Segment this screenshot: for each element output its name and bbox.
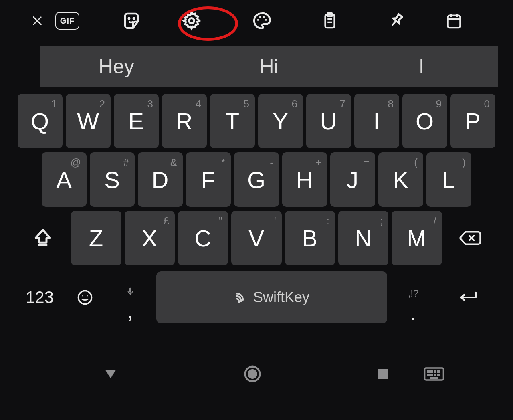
svg-point-11: [82, 295, 83, 297]
key-t[interactable]: 5T: [210, 94, 255, 148]
key-c[interactable]: "C: [178, 211, 228, 265]
svg-point-2: [189, 18, 194, 24]
svg-point-6: [265, 19, 267, 21]
clipboard-icon: [321, 12, 339, 30]
keyboard: 1Q 2W 3E 4R 5T 6Y 7U 8I 9O 0P @A #S &D *…: [15, 94, 498, 325]
suggestion-3[interactable]: I: [345, 46, 498, 87]
svg-rect-18: [427, 371, 429, 373]
sticker-icon: [122, 11, 141, 30]
svg-rect-22: [427, 374, 429, 376]
suggestion-1[interactable]: Hey: [40, 46, 193, 87]
clipboard-button[interactable]: [296, 8, 364, 34]
key-s[interactable]: #S: [90, 152, 135, 207]
back-triangle-icon: [103, 368, 118, 380]
key-o[interactable]: 9O: [402, 94, 447, 148]
period-label: .: [411, 309, 416, 317]
key-g[interactable]: -G: [234, 152, 279, 207]
emoji-key[interactable]: [66, 279, 104, 315]
recent-square-icon: [376, 367, 390, 381]
key-row-1: 1Q 2W 3E 4R 5T 6Y 7U 8I 9O 0P: [15, 94, 498, 148]
svg-point-1: [133, 18, 134, 19]
key-r[interactable]: 4R: [162, 94, 207, 148]
gif-button[interactable]: GIF: [51, 8, 83, 34]
comma-label: ,: [128, 306, 133, 318]
close-button[interactable]: [23, 8, 51, 34]
key-j[interactable]: =J: [330, 152, 375, 207]
key-v[interactable]: 'V: [231, 211, 281, 265]
key-e[interactable]: 3E: [114, 94, 159, 148]
palette-icon: [252, 11, 272, 31]
key-w[interactable]: 2W: [66, 94, 111, 148]
period-hint: ,!?: [408, 288, 419, 299]
shift-icon: [32, 227, 54, 249]
key-p[interactable]: 0P: [450, 94, 495, 148]
key-x[interactable]: £X: [125, 211, 175, 265]
system-nav-bar: [15, 352, 498, 396]
svg-point-0: [129, 18, 129, 19]
svg-rect-19: [431, 371, 433, 373]
svg-point-15: [248, 370, 257, 378]
key-m[interactable]: /M: [392, 211, 442, 265]
svg-point-4: [259, 16, 261, 18]
smiley-icon: [76, 289, 94, 306]
gif-icon: GIF: [55, 12, 79, 30]
calendar-button[interactable]: [428, 8, 480, 34]
key-q[interactable]: 1Q: [18, 94, 63, 148]
key-row-2: @A #S &D *F -G +H =J (K )L: [15, 152, 498, 207]
comma-key[interactable]: ,: [108, 270, 152, 325]
enter-icon: [456, 289, 479, 306]
svg-rect-9: [448, 16, 460, 28]
pin-icon: [383, 8, 409, 34]
gear-icon: [181, 10, 202, 31]
spacebar-label: SwiftKey: [253, 289, 309, 306]
nav-home-button[interactable]: [244, 365, 261, 383]
stickers-button[interactable]: [107, 8, 156, 34]
themes-button[interactable]: [228, 8, 296, 34]
numeric-key[interactable]: 123: [18, 279, 62, 315]
key-k[interactable]: (K: [378, 152, 423, 207]
pin-button[interactable]: [364, 8, 428, 34]
key-b[interactable]: :B: [285, 211, 335, 265]
key-y[interactable]: 6Y: [258, 94, 303, 148]
nav-back-button[interactable]: [103, 368, 118, 380]
svg-rect-21: [437, 371, 439, 373]
suggestion-2[interactable]: Hi: [193, 46, 345, 87]
key-u[interactable]: 7U: [306, 94, 351, 148]
svg-rect-26: [430, 377, 438, 378]
key-i[interactable]: 8I: [354, 94, 399, 148]
svg-point-5: [263, 16, 265, 18]
home-circle-icon: [244, 365, 261, 383]
key-row-4: 123 , SwiftKey ,!? .: [15, 269, 498, 325]
nav-recent-button[interactable]: [376, 367, 390, 381]
swiftkey-logo-icon: [234, 290, 249, 305]
mic-icon: [125, 287, 135, 299]
key-n[interactable]: ;N: [338, 211, 388, 265]
backspace-icon: [458, 228, 483, 248]
svg-rect-20: [434, 371, 436, 373]
svg-rect-13: [129, 288, 131, 292]
settings-button[interactable]: [156, 8, 228, 34]
svg-rect-24: [434, 374, 436, 376]
period-key[interactable]: ,!? .: [391, 269, 435, 325]
keyboard-switch-icon: [424, 367, 444, 381]
spacebar[interactable]: SwiftKey: [156, 271, 387, 323]
key-row-3: _Z £X "C 'V :B ;N /M: [15, 211, 498, 265]
key-d[interactable]: &D: [138, 152, 183, 207]
key-l[interactable]: )L: [426, 152, 471, 207]
key-z[interactable]: _Z: [71, 211, 121, 265]
nav-keyboard-switch-button[interactable]: [424, 367, 444, 381]
calendar-icon: [445, 12, 463, 30]
shift-key[interactable]: [18, 211, 68, 265]
key-a[interactable]: @A: [42, 152, 87, 207]
svg-point-10: [79, 291, 92, 304]
suggestion-bar: Hey Hi I: [40, 46, 498, 87]
keyboard-toolbar: GIF: [15, 0, 498, 42]
svg-rect-16: [378, 370, 388, 379]
backspace-key[interactable]: [445, 211, 495, 265]
enter-key[interactable]: [439, 279, 495, 315]
key-h[interactable]: +H: [282, 152, 327, 207]
close-icon: [31, 14, 44, 27]
svg-rect-25: [437, 374, 439, 376]
key-f[interactable]: *F: [186, 152, 231, 207]
svg-point-3: [257, 19, 259, 21]
